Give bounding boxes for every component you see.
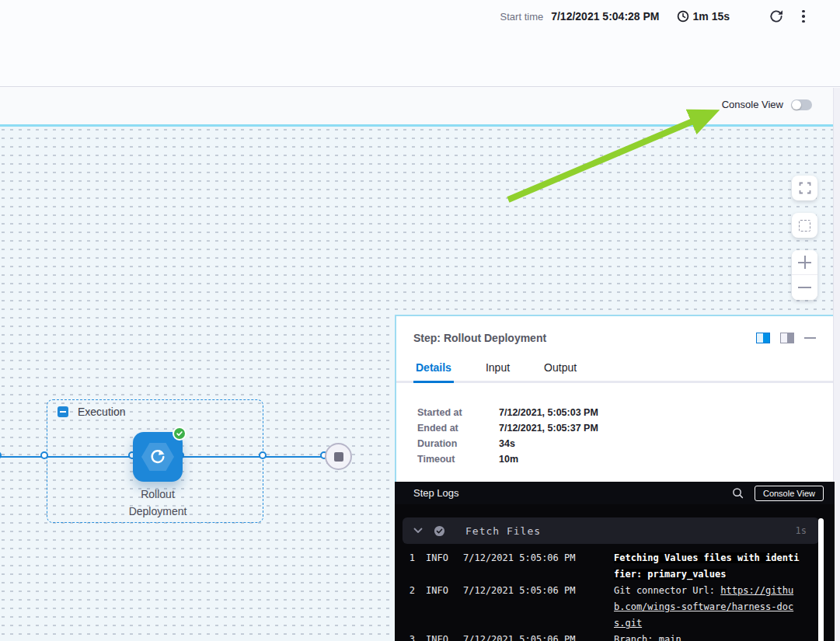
refresh-button[interactable]	[769, 9, 784, 24]
minus-icon	[798, 281, 811, 294]
start-time-value: 7/12/2021 5:04:28 PM	[551, 10, 659, 23]
fit-to-screen-button[interactable]	[792, 176, 817, 200]
console-view-toggle[interactable]	[791, 99, 812, 110]
canvas-controls	[792, 176, 817, 300]
log-line-3: 3 INFO 7/12/2021 5:05:06 PM Branch: main	[403, 632, 835, 641]
log-message: Fetching Values files with identifier: p…	[614, 550, 800, 583]
check-icon	[176, 430, 183, 437]
step-logs-section: Step Logs Console View	[395, 482, 835, 641]
console-view-control: Console View	[722, 99, 812, 110]
log-lines: 1 INFO 7/12/2021 5:05:06 PM Fetching Val…	[395, 550, 835, 641]
detail-row-ended-at: Ended at 7/12/2021, 5:05:37 PM	[417, 420, 816, 436]
search-icon	[732, 487, 744, 499]
execution-group-label: Execution	[78, 406, 125, 418]
chevron-down-icon	[413, 528, 423, 534]
log-timestamp: 7/12/2021 5:05:06 PM	[463, 550, 581, 566]
node-label: Rollout Deployment	[113, 486, 202, 520]
tab-details[interactable]: Details	[413, 361, 454, 383]
log-group-name: Fetch Files	[465, 525, 796, 537]
step-logs-header: Step Logs Console View	[395, 482, 835, 504]
kebab-menu-icon	[802, 10, 805, 13]
tab-output[interactable]: Output	[542, 361, 579, 383]
search-logs-button[interactable]	[732, 487, 744, 499]
minus-icon	[60, 411, 66, 413]
detail-row-started-at: Started at 7/12/2021, 5:05:03 PM	[417, 405, 816, 420]
log-line-number: 2	[403, 583, 415, 599]
step-detail-fields: Started at 7/12/2021, 5:05:03 PM Ended a…	[396, 383, 833, 467]
split-view-right-icon[interactable]	[756, 333, 770, 343]
log-line-1: 1 INFO 7/12/2021 5:05:06 PM Fetching Val…	[403, 550, 835, 583]
elapsed-duration-value: 1m 15s	[693, 10, 730, 23]
console-view-label: Console View	[722, 99, 783, 110]
logs-scrollbar-thumb[interactable]	[818, 518, 824, 641]
pipeline-execution-screen: Start time 7/12/2021 5:04:28 PM 1m 15s	[0, 0, 840, 641]
panel-header-actions	[756, 333, 816, 343]
execution-group-header: Execution	[58, 406, 125, 418]
minimize-panel-button[interactable]	[804, 333, 816, 343]
plus-icon	[798, 256, 811, 269]
log-line-number: 1	[403, 550, 415, 566]
zoom-out-button[interactable]	[792, 275, 817, 300]
marquee-icon	[799, 220, 810, 232]
panel-tabs: Details Input Output	[396, 361, 833, 383]
fullscreen-icon	[799, 182, 811, 194]
stop-icon	[334, 452, 343, 462]
group-in-port	[40, 451, 48, 459]
log-timestamp: 7/12/2021 5:05:06 PM	[463, 583, 581, 599]
top-header: Start time 7/12/2021 5:04:28 PM 1m 15s	[0, 0, 840, 87]
log-line-2: 2 INFO 7/12/2021 5:05:06 PM Git connecto…	[403, 583, 835, 632]
clock-icon	[677, 10, 689, 23]
refresh-icon	[769, 9, 784, 24]
detail-row-timeout: Timeout 10m	[417, 451, 816, 467]
step-logs-body: Fetch Files 1s 1 INFO 7/12/2021 5:05:06 …	[395, 504, 835, 641]
log-message: Git connector Url: https://github.com/wi…	[614, 583, 800, 632]
log-timestamp: 7/12/2021 5:05:06 PM	[463, 632, 581, 641]
toggle-knob	[792, 100, 801, 110]
pipeline-end-node[interactable]	[325, 443, 352, 470]
check-circle-icon	[434, 525, 445, 537]
tab-input[interactable]: Input	[483, 361, 512, 383]
more-options-button[interactable]	[796, 9, 810, 24]
step-details-panel: Step: Rollout Deployment Details Input O…	[395, 315, 833, 641]
log-message: Branch: main	[614, 632, 800, 641]
select-region-button[interactable]	[792, 213, 817, 238]
log-level: INFO	[426, 632, 455, 641]
detail-row-duration: Duration 34s	[417, 436, 816, 451]
panel-title: Step: Rollout Deployment	[413, 332, 546, 344]
collapse-group-button[interactable]	[58, 406, 68, 417]
sub-header: Console View	[0, 88, 840, 124]
rollout-refresh-icon	[149, 448, 166, 465]
log-level: INFO	[426, 550, 455, 566]
group-out-port	[259, 451, 267, 459]
log-line-number: 3	[403, 632, 415, 641]
log-group-duration: 1s	[796, 525, 807, 536]
success-check-badge	[173, 427, 186, 441]
logs-console-view-button[interactable]: Console View	[755, 486, 824, 501]
split-view-bottom-icon[interactable]	[780, 333, 794, 343]
zoom-in-button[interactable]	[792, 250, 817, 275]
log-level: INFO	[426, 583, 455, 599]
start-time-label: Start time	[500, 11, 544, 23]
step-hexagon	[141, 443, 174, 471]
log-group-fetch-files[interactable]: Fetch Files 1s	[403, 517, 819, 544]
panel-header: Step: Rollout Deployment	[396, 316, 833, 344]
zoom-controls	[792, 250, 817, 300]
minimize-icon	[804, 337, 816, 339]
execution-timing-bar: Start time 7/12/2021 5:04:28 PM 1m 15s	[0, 0, 810, 33]
elapsed-duration: 1m 15s	[677, 10, 730, 23]
step-logs-title: Step Logs	[413, 487, 732, 499]
